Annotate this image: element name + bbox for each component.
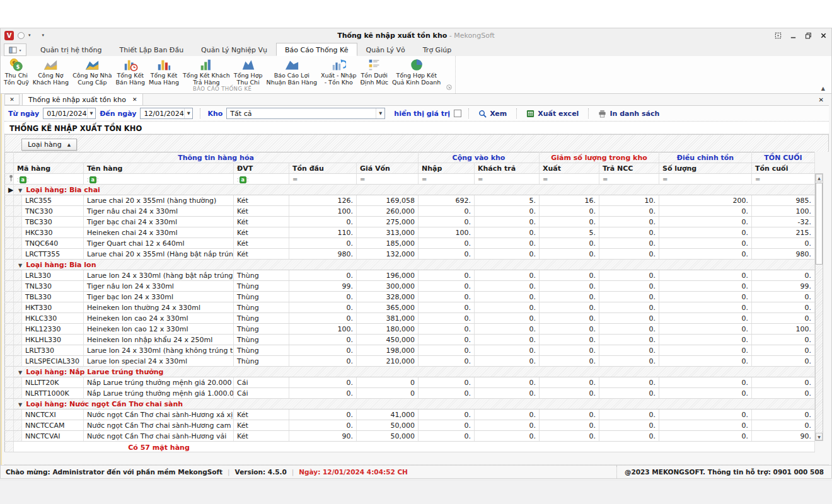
minimize-icon[interactable] (789, 32, 797, 39)
ribbon-tool-button[interactable]: Tổng HợpThu Chi (232, 57, 265, 86)
text-filter-icon[interactable]: :a: (237, 176, 248, 183)
numeric-filter-icon[interactable]: = (422, 176, 427, 183)
ribbon-tool-button[interactable]: Công NợKhách Hàng (31, 57, 71, 86)
filter-cell[interactable]: :a: (14, 174, 84, 185)
quick-access-dropdown-icon[interactable]: ▾ (28, 33, 31, 38)
table-row[interactable]: HKT330Heineken lon thường 24 x 330mlThùn… (5, 302, 815, 313)
to-date-input[interactable]: 12/01/2024 ▼ (140, 108, 193, 119)
table-row[interactable]: LRC355Larue chai 20 x 355ml (hàng thường… (5, 195, 815, 206)
filter-cell[interactable]: = (752, 174, 815, 185)
numeric-filter-icon[interactable]: = (292, 176, 298, 183)
numeric-filter-icon[interactable]: = (755, 176, 760, 183)
group-row[interactable]: ▼Loại hàng: Bia lon (5, 260, 815, 270)
numeric-filter-icon[interactable]: = (603, 176, 608, 183)
group-header-cell[interactable]: ▼Loại hàng: Nước ngọt Cần Thơ chai sành (14, 399, 815, 410)
table-row[interactable]: HKL12330Heineken lon cao 12 x 330mlThùng… (5, 324, 815, 335)
table-row[interactable]: NLLTT20KNắp Larue trúng thưởng mệnh giá … (5, 377, 815, 388)
table-row[interactable]: LRL330Larue lon 24 x 330ml (hàng bật nắp… (5, 270, 815, 281)
group-row[interactable]: ▼Loại hàng: Nắp Larue trúng thưởng (5, 367, 815, 377)
column-header[interactable]: Số lượng (659, 163, 752, 174)
filter-cell[interactable]: :a: (234, 174, 289, 185)
fit-window-icon[interactable] (773, 32, 782, 39)
filter-cell[interactable]: = (599, 174, 659, 185)
ribbon-tool-button[interactable]: Tồn DướiĐịnh Mức (359, 57, 391, 86)
filter-cell[interactable]: = (659, 174, 752, 185)
filter-cell[interactable]: = (540, 174, 599, 185)
document-tab-active[interactable]: Thống kê nhập xuất tồn kho ✕ (22, 94, 143, 105)
show-value-checkbox[interactable] (454, 110, 461, 117)
ribbon-tab[interactable]: Quản Lý Nghiệp Vụ (192, 43, 276, 56)
ribbon-tab[interactable]: Quản Lý Vỏ (357, 43, 414, 56)
group-header-cell[interactable]: ▼Loại hàng: Nắp Larue trúng thưởng (14, 367, 815, 377)
column-header[interactable]: Giá Vốn (357, 163, 419, 174)
column-header[interactable]: ĐVT (234, 163, 289, 174)
layout-selector-button[interactable]: ▾ (4, 43, 26, 56)
column-header[interactable]: Mã hàng (14, 163, 84, 174)
ribbon-tool-button[interactable]: Tổng KếtBán Hàng (114, 57, 147, 86)
table-row[interactable]: TNC330Tiger nâu chai 24 x 330mlKét100.26… (5, 206, 815, 217)
column-header[interactable]: Trả NCC (599, 163, 659, 174)
numeric-filter-icon[interactable]: = (662, 176, 667, 183)
table-row[interactable]: NNCTCVAINước ngọt Cần Thơ chai sành-Hươn… (5, 431, 815, 442)
chevron-down-icon[interactable]: ▼ (376, 108, 384, 118)
from-date-input[interactable]: 01/01/2024 ▼ (43, 108, 96, 119)
ribbon-tool-button[interactable]: Tổng Hợp KếtQuả Kinh Doanh (390, 57, 442, 86)
numeric-filter-icon[interactable]: = (360, 176, 365, 183)
table-row[interactable]: LRLSPECIAL330Larue lon special 24 x 330m… (5, 356, 815, 367)
column-header[interactable]: Nhập (419, 163, 475, 174)
text-filter-icon[interactable]: :a: (87, 176, 98, 183)
group-row[interactable]: ▼Loại hàng: Nước ngọt Cần Thơ chai sành (5, 399, 815, 410)
table-row[interactable]: LRCTT355Larue chai 20 x 355ml (Hàng bật … (5, 249, 815, 260)
chevron-down-icon[interactable]: ▼ (184, 108, 193, 118)
ribbon-tool-button[interactable]: Công Nợ NhàCung Cấp (71, 57, 113, 86)
quick-access-circle-icon[interactable] (18, 32, 25, 39)
group-row[interactable]: ▶▼Loại hàng: Bia chai (5, 185, 815, 195)
table-row[interactable]: HKC330Heineken chai 24 x 330mlKét110.313… (5, 227, 815, 238)
table-row[interactable]: NNCTCXINước ngọt Cần Thơ chai sành-Hương… (5, 410, 815, 420)
filter-cell[interactable]: :a: (84, 174, 234, 185)
column-header[interactable]: Tên hàng (84, 163, 234, 174)
group-by-chip[interactable]: Loại hàng ▲ (21, 139, 77, 151)
ribbon-tab[interactable]: Quản trị hệ thống (32, 43, 110, 56)
table-row[interactable]: TNL330Tiger nâu lon 24 x 330mlThùng99.30… (5, 281, 815, 292)
ribbon-tool-button[interactable]: Tổng KếtMua Hàng (147, 57, 181, 86)
scrollbar-thumb[interactable] (816, 183, 823, 265)
ribbon-tool-button[interactable]: Tổng Kết KháchTrả Hàng (181, 57, 232, 86)
filter-cell[interactable]: = (357, 174, 419, 185)
text-filter-icon[interactable]: :a: (17, 176, 28, 183)
ribbon-tab[interactable]: Trợ Giúp (414, 43, 460, 56)
print-button[interactable]: In danh sách (596, 110, 662, 118)
toolbar-options-icon[interactable]: ▾ (42, 33, 45, 38)
table-row[interactable]: TBC330Tiger bạc chai 24 x 330mlKét0.275,… (5, 217, 815, 227)
tab-close-icon[interactable]: ✕ (132, 96, 137, 103)
table-row[interactable]: NLRTT1000KNắp Larue trúng thưởng mệnh gi… (5, 388, 815, 399)
export-excel-button[interactable]: Xuất excel (524, 110, 581, 118)
collapse-group-icon[interactable]: ▼ (18, 370, 22, 375)
filter-cell[interactable]: = (419, 174, 475, 185)
collapse-group-icon[interactable]: ▼ (18, 188, 22, 193)
vertical-scrollbar[interactable]: ▲ ▼ (815, 173, 823, 441)
collapse-group-icon[interactable]: ▼ (18, 402, 22, 408)
filter-cell[interactable]: = (289, 174, 357, 185)
scroll-down-icon[interactable]: ▼ (816, 433, 823, 440)
column-header[interactable]: Tồn đầu (289, 163, 357, 174)
ribbon-tool-button[interactable]: Xuất - Nhập- Tồn Kho (319, 57, 359, 86)
ribbon-tab[interactable]: Thiết Lập Ban Đầu (110, 43, 192, 56)
view-button[interactable]: Xem (476, 110, 509, 118)
column-header[interactable]: Khách trả (475, 163, 540, 174)
column-header[interactable]: Xuất (540, 163, 599, 174)
restore-icon[interactable] (804, 32, 812, 39)
collapse-group-icon[interactable]: ▼ (18, 263, 22, 268)
close-all-tabs-button[interactable]: ✕ (4, 94, 20, 105)
ribbon-tool-button[interactable]: €$Thu ChiTồn Quỹ (2, 57, 31, 86)
chevron-down-icon[interactable]: ▼ (87, 108, 96, 118)
scroll-up-icon[interactable]: ▲ (816, 174, 823, 181)
filter-cell[interactable]: = (475, 174, 540, 185)
group-header-cell[interactable]: ▼Loại hàng: Bia lon (14, 260, 815, 270)
table-row[interactable]: TNQC640Tiger Quart chai 12 x 640mlKét0.1… (5, 238, 815, 249)
warehouse-select[interactable]: Tất cả ▼ (226, 108, 385, 119)
tabstrip-close-icon[interactable]: ✕ (819, 96, 829, 105)
numeric-filter-icon[interactable]: = (478, 176, 483, 183)
table-row[interactable]: HKLC330Heineken lon cao 24 x 330mlThùng0… (5, 313, 815, 324)
dialog-launcher-icon[interactable] (446, 81, 452, 93)
